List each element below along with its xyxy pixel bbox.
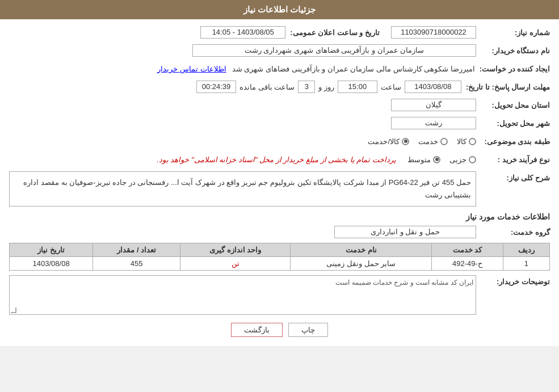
creator-value: امیررضا شکوهی کارشناس مالی سازمان عمران … (232, 65, 475, 73)
response-date-label: مهلت ارسال پاسخ: تا تاریخ: (461, 83, 550, 91)
response-remaining-box: 00:24:39 (196, 81, 236, 93)
response-date-box: 1403/08/08 (405, 81, 461, 93)
description-row: شرح کلی نیاز: حمل 455 تن فیر PG64-22 از … (9, 171, 550, 206)
col-header-name: نام خدمت (291, 243, 432, 257)
process-radio-group: جزیی متوسط (407, 155, 476, 164)
cell-unit: تن (180, 257, 291, 271)
creator-row: ایجاد کننده در خواست: امیررضا شکوهی کارش… (9, 61, 550, 76)
description-label: شرح کلی نیاز: (476, 171, 550, 182)
response-time-box: 15:00 (338, 81, 377, 93)
announce-label: تاریخ و ساعت اعلان عمومی: (285, 28, 380, 37)
content-area: شماره نیاز: 1103090718000022 تاریخ و ساع… (0, 19, 559, 346)
announce-value-box: 1403/08/05 - 14:05 (200, 26, 285, 39)
process-radio-motevaset[interactable] (433, 156, 440, 163)
col-header-unit: واحد اندازه گیری (180, 243, 291, 257)
service-group-label: گروه خدمت: (476, 228, 550, 237)
process-label: نوع فرآیند خرید : (476, 155, 550, 164)
response-remaining-value: 00:24:39 (202, 82, 231, 91)
page-title: جزئیات اطلاعات نیاز (243, 5, 316, 14)
category-row: طبقه بندی موضوعی: کالا خدمت کالا/خدمت (9, 134, 550, 149)
category-radio-khedmat[interactable] (440, 138, 448, 145)
response-date-value: 1403/08/08 (414, 82, 451, 91)
requester-box: سازمان عمران و بازآفرینی فضاهای شهری شهر… (192, 44, 476, 57)
process-radio-jozi[interactable] (469, 156, 476, 163)
description-box: حمل 455 تن فیر PG64-22 از مبدا شرکت پالا… (9, 171, 476, 206)
category-option-khedmat: خدمت (418, 137, 448, 146)
col-header-date: تاریخ نیاز (10, 243, 93, 257)
category-label: طبقه بندی موضوعی: (476, 137, 550, 146)
col-header-code: کد خدمت (432, 243, 503, 257)
back-button[interactable]: بازگشت (231, 323, 283, 337)
city-row: شهر محل تحویل: رشت (9, 116, 550, 130)
process-row: نوع فرآیند خرید : جزیی متوسط پرداخت تمام… (9, 152, 550, 167)
need-number-label: شماره نیاز: (476, 28, 550, 37)
category-radio-kala-khedmat[interactable] (402, 138, 409, 145)
col-header-row: ردیف (503, 243, 549, 257)
category-kala-khedmat-label: کالا/خدمت (368, 137, 400, 146)
print-button[interactable]: چاپ (288, 323, 328, 337)
process-option-motevaset: متوسط (407, 155, 440, 164)
buyer-notes-box: ایران کد مشابه است و شرح خدمات ضمیمه است (9, 275, 476, 315)
category-kala-label: کالا (457, 137, 466, 146)
buyer-notes-value: ایران کد مشابه است و شرح خدمات ضمیمه است (335, 279, 473, 286)
service-group-value: حمل و نقل و انبارداری (371, 227, 439, 236)
province-row: استان محل تحویل: گیلان (9, 98, 550, 112)
province-box: گیلان (391, 99, 476, 111)
requester-label: نام دستگاه خریدار: (476, 47, 550, 55)
province-label: استان محل تحویل: (476, 101, 550, 109)
creator-label: ایجاد کننده در خواست: (475, 65, 550, 73)
response-time-label: ساعت (381, 83, 401, 91)
category-radio-group: کالا خدمت کالا/خدمت (368, 137, 476, 146)
process-option-jozi: جزیی (449, 155, 476, 164)
buttons-row: چاپ بازگشت (9, 323, 550, 337)
page-container: جزئیات اطلاعات نیاز شماره نیاز: 11030907… (0, 0, 559, 346)
cell-quantity: 455 (93, 257, 180, 271)
buyer-notes-row: توضیحات خریدار: ایران کد مشابه است و شرح… (9, 275, 550, 315)
services-section-header: اطلاعات خدمات مورد نیاز (9, 212, 550, 221)
description-value: حمل 455 تن فیر PG64-22 از مبدا شرکت پالا… (23, 178, 471, 199)
process-jozi-label: جزیی (449, 155, 466, 164)
category-khedmat-label: خدمت (418, 137, 438, 146)
process-motevaset-label: متوسط (407, 155, 431, 164)
cell-date: 1403/08/08 (10, 257, 93, 271)
table-row: 1 ح-49-492 سایر حمل ونقل زمینی تن 455 14… (10, 257, 550, 271)
category-radio-kala[interactable] (469, 138, 476, 145)
cell-code: ح-49-492 (432, 257, 503, 271)
category-option-kala-khedmat: کالا/خدمت (368, 137, 409, 146)
response-time-value: 15:00 (348, 82, 367, 91)
resize-handle[interactable] (11, 307, 16, 313)
cell-name: سایر حمل ونقل زمینی (291, 257, 432, 271)
service-group-row: گروه خدمت: حمل و نقل و انبارداری (9, 225, 550, 239)
requester-value: سازمان عمران و بازآفرینی فضاهای شهری شهر… (245, 46, 424, 54)
service-group-box: حمل و نقل و انبارداری (334, 226, 476, 238)
response-date-row: مهلت ارسال پاسخ: تا تاریخ: 1403/08/08 سا… (9, 79, 550, 94)
city-value: رشت (425, 119, 442, 127)
table-header-row: ردیف کد خدمت نام خدمت واحد اندازه گیری ت… (10, 243, 550, 257)
need-number-box: 1103090718000022 (391, 26, 476, 39)
response-days-label: روز و (318, 83, 334, 91)
city-box: رشت (391, 117, 476, 129)
creator-link[interactable]: اطلاعات تماس خریدار (157, 65, 226, 73)
city-label: شهر محل تحویل: (476, 119, 550, 128)
cell-row: 1 (503, 257, 549, 271)
col-header-quantity: تعداد / مقدار (93, 243, 180, 257)
announce-value: 1403/08/05 - 14:05 (212, 28, 274, 36)
page-header: جزئیات اطلاعات نیاز (0, 0, 559, 19)
response-days-box: 3 (298, 81, 315, 93)
service-table: ردیف کد خدمت نام خدمت واحد اندازه گیری ت… (9, 243, 550, 271)
need-number-row: شماره نیاز: 1103090718000022 تاریخ و ساع… (9, 25, 550, 40)
need-number-value: 1103090718000022 (401, 28, 466, 36)
province-value: گیلان (426, 100, 442, 109)
buyer-notes-label: توضیحات خریدار: (476, 275, 550, 286)
response-days-value: 3 (305, 82, 309, 91)
response-remaining-label: ساعت باقی مانده (239, 83, 295, 91)
category-option-kala: کالا (457, 137, 476, 146)
process-note: پرداخت تمام یا بخشی از مبلغ خریدار از مح… (157, 155, 396, 164)
requester-row: نام دستگاه خریدار: سازمان عمران و بازآفر… (9, 43, 550, 58)
